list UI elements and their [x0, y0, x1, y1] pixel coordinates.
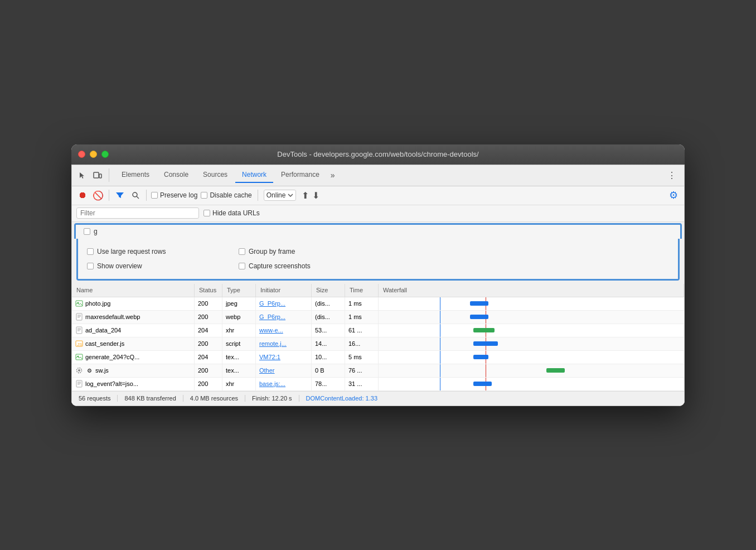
script-icon: JS — [75, 340, 83, 348]
tab-sources[interactable]: Sources — [196, 167, 234, 183]
table-row[interactable]: ad_data_204 204 xhr www-e... 53... 61 ..… — [72, 324, 684, 337]
cell-name: ⚙ sw.js — [72, 364, 195, 377]
table-row[interactable]: JS cast_sender.js 200 script remote.j...… — [72, 337, 684, 351]
status-finish: Finish: 12.20 s — [245, 395, 299, 402]
cell-size: (dis... — [312, 297, 345, 310]
status-dom-content: DOMContentLoaded: 1.33 — [306, 395, 377, 402]
request-bar — [473, 355, 488, 359]
table-row[interactable]: log_event?alt=jso... 200 xhr base.js:...… — [72, 378, 684, 391]
svg-rect-6 — [76, 313, 82, 320]
col-header-type[interactable]: Type — [222, 284, 256, 297]
import-export-group: ⬆ ⬇ — [302, 190, 319, 201]
device-toggle-icon[interactable] — [91, 168, 104, 182]
show-overview-checkbox[interactable]: Show overview — [87, 262, 232, 270]
filter-input[interactable] — [76, 208, 199, 219]
svg-text:JS: JS — [77, 342, 82, 347]
cell-size: 10... — [312, 351, 345, 364]
request-bar — [470, 315, 488, 319]
preserve-log-checkbox[interactable]: Preserve log — [151, 191, 197, 199]
network-table-header: Name Status Type Initiator Size Time Wat… — [72, 284, 684, 297]
cell-time: 1 ms — [345, 297, 379, 310]
cell-status: 200 — [195, 378, 222, 390]
settings-row-1: Use large request rows Group by frame — [87, 244, 669, 259]
cell-waterfall — [379, 297, 684, 310]
col-header-waterfall[interactable]: Waterfall — [379, 284, 684, 297]
cell-status: 200 — [195, 311, 222, 324]
cell-type: tex... — [222, 351, 256, 364]
settings-panel: Use large request rows Group by frame Sh… — [76, 239, 680, 281]
col-header-size[interactable]: Size — [312, 284, 345, 297]
hide-data-urls-checkbox[interactable]: Hide data URLs — [203, 209, 260, 217]
cursor-icon[interactable] — [75, 168, 89, 182]
maximize-button[interactable] — [101, 151, 109, 158]
cell-type: jpeg — [222, 297, 256, 310]
cell-status: 204 — [195, 324, 222, 337]
table-row[interactable]: maxresdefault.webp 200 webp G_P6rp... (d… — [72, 311, 684, 324]
svg-rect-0 — [94, 172, 99, 178]
cell-time: 5 ms — [345, 351, 379, 364]
record-button[interactable]: ⏺ — [76, 189, 89, 201]
minimize-button[interactable] — [90, 151, 97, 158]
three-dots-menu[interactable]: ⋮ — [663, 168, 681, 183]
cell-status: 200 — [195, 297, 222, 310]
table-row[interactable]: generate_204?cQ... 204 tex... VM72:1 10.… — [72, 351, 684, 364]
cell-size: 53... — [312, 324, 345, 337]
cell-size: 78... — [312, 378, 345, 390]
group-by-frame-checkbox[interactable]: Group by frame — [239, 248, 384, 255]
disable-cache-checkbox[interactable]: Disable cache — [201, 191, 251, 199]
col-header-name[interactable]: Name — [72, 284, 195, 297]
image-icon — [75, 353, 83, 361]
cell-status: 200 — [195, 337, 222, 350]
cell-waterfall — [379, 351, 684, 364]
tab-performance[interactable]: Performance — [274, 167, 326, 183]
upload-icon[interactable]: ⬆ — [302, 190, 309, 201]
request-bar — [473, 328, 495, 332]
filter-bar: Hide data URLs — [72, 205, 684, 222]
throttle-select[interactable]: Online — [264, 190, 297, 201]
table-row[interactable]: ⚙ sw.js 200 tex... Other 0 B 76 ... — [72, 364, 684, 378]
cell-type: script — [222, 337, 256, 350]
cell-size: 0 B — [312, 364, 345, 377]
dom-loaded-line — [440, 324, 440, 337]
table-row[interactable]: photo.jpg 200 jpeg G_P6rp... (dis... 1 m… — [72, 297, 684, 311]
devtools-panel: Elements Console Sources Network Perform… — [71, 165, 685, 406]
cell-type: xhr — [222, 378, 256, 390]
tab-network[interactable]: Network — [235, 167, 273, 183]
tab-elements[interactable]: Elements — [115, 167, 156, 183]
stop-recording-button[interactable]: 🚫 — [92, 189, 104, 201]
col-header-status[interactable]: Status — [195, 284, 222, 297]
more-tabs-button[interactable]: » — [327, 168, 338, 182]
cell-initiator: VM72:1 — [256, 351, 312, 364]
toolbar-divider-1 — [109, 190, 109, 201]
cell-waterfall — [379, 311, 684, 324]
col-header-initiator[interactable]: Initiator — [256, 284, 312, 297]
svg-point-2 — [133, 192, 137, 197]
settings-gear-icon[interactable]: ⚙ — [667, 189, 680, 201]
settings-container: g Use large request rows Group by frame — [72, 222, 684, 284]
col-header-time[interactable]: Time — [345, 284, 379, 297]
large-request-rows-checkbox[interactable]: Use large request rows — [87, 248, 232, 255]
network-toolbar: ⏺ 🚫 Preserve log Disable c — [72, 186, 684, 205]
cell-name: photo.jpg — [72, 297, 195, 310]
window-title: DevTools - developers.google.com/web/too… — [277, 150, 478, 158]
svg-point-18 — [78, 369, 80, 372]
cell-initiator: remote.j... — [256, 337, 312, 350]
image-icon — [75, 300, 83, 307]
search-icon[interactable] — [129, 189, 142, 201]
cell-name: log_event?alt=jso... — [72, 378, 195, 390]
download-icon[interactable]: ⬇ — [312, 190, 319, 201]
request-bar — [473, 382, 492, 386]
cell-time: 1 ms — [345, 311, 379, 324]
cell-time: 76 ... — [345, 364, 379, 377]
svg-rect-20 — [76, 380, 82, 387]
dom-loaded-line — [440, 378, 440, 390]
cell-waterfall — [379, 337, 684, 350]
capture-screenshots-checkbox[interactable]: Capture screenshots — [239, 262, 384, 270]
close-button[interactable] — [78, 151, 85, 158]
cell-type: tex... — [222, 364, 256, 377]
filter-icon[interactable] — [114, 189, 126, 201]
cell-status: 204 — [195, 351, 222, 364]
tab-console[interactable]: Console — [157, 167, 195, 183]
tab-bar: Elements Console Sources Network Perform… — [72, 165, 684, 186]
gear-overlay-icon: ⚙ — [85, 366, 93, 374]
